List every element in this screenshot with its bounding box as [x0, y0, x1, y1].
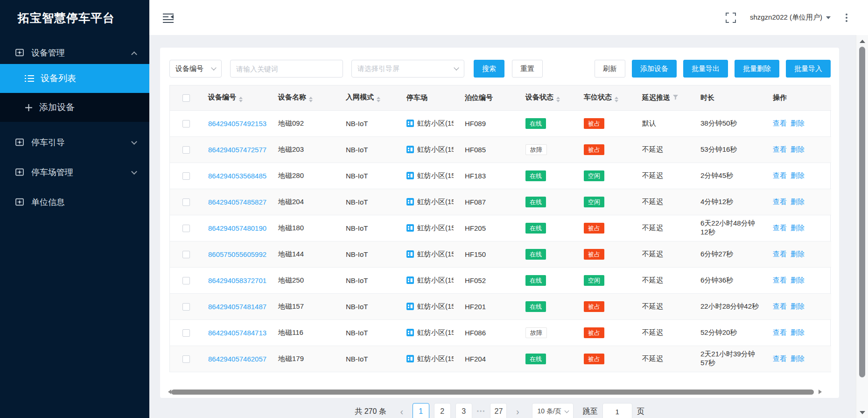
delete-link[interactable]: 删除: [791, 224, 805, 232]
sidebar-item-unit-info[interactable]: 单位信息: [0, 191, 149, 213]
row-checkbox[interactable]: [182, 225, 190, 232]
view-link[interactable]: 查看: [773, 328, 787, 336]
prev-page-button[interactable]: ‹: [396, 403, 408, 418]
delete-link[interactable]: 删除: [791, 328, 805, 336]
kebab-menu-icon[interactable]: [844, 12, 849, 24]
next-page-button[interactable]: ›: [511, 403, 524, 418]
row-checkbox[interactable]: [182, 303, 190, 311]
view-link[interactable]: 查看: [773, 354, 787, 362]
device-id-link[interactable]: 864294057492153: [208, 120, 266, 128]
device-status-badge: 在线: [525, 118, 546, 129]
berth-number: HF150: [459, 241, 520, 267]
device-id-link[interactable]: 864294057484713: [208, 329, 266, 337]
delete-link[interactable]: 删除: [791, 354, 805, 362]
view-link[interactable]: 查看: [773, 119, 787, 127]
view-link[interactable]: 查看: [773, 145, 787, 153]
batch-import-button[interactable]: 批量导入: [786, 60, 831, 78]
fullscreen-icon[interactable]: [726, 13, 736, 23]
view-link[interactable]: 查看: [773, 171, 787, 179]
scroll-down-arrow-icon[interactable]: [860, 411, 865, 414]
row-checkbox[interactable]: [182, 120, 190, 128]
view-link[interactable]: 查看: [773, 302, 787, 310]
refresh-button[interactable]: 刷新: [595, 60, 625, 78]
chevron-down-icon: [454, 65, 459, 70]
sidebar-item-parking-guidance[interactable]: 停车引导: [0, 131, 149, 154]
device-name: 地磁180: [273, 215, 340, 241]
delete-link[interactable]: 删除: [791, 119, 805, 127]
page-button-2[interactable]: 2: [434, 403, 451, 418]
sidebar-item-device-list[interactable]: 设备列表: [0, 64, 149, 93]
row-checkbox[interactable]: [182, 329, 190, 337]
jump-page-input[interactable]: [602, 403, 632, 418]
keyword-input[interactable]: [230, 60, 343, 78]
device-id-link[interactable]: 864294057472577: [208, 146, 266, 154]
device-id-link[interactable]: 860575055605992: [208, 250, 266, 258]
column-header[interactable]: 车位状态: [578, 85, 637, 110]
page-button-1[interactable]: 1: [413, 403, 429, 418]
device-id-link[interactable]: 864294058372701: [208, 276, 266, 284]
sidebar-item-parking-lot-management[interactable]: 停车场管理: [0, 161, 149, 184]
guide-screen-select[interactable]: 请选择引导屏: [351, 60, 464, 78]
device-id-link[interactable]: 864294053568485: [208, 172, 266, 180]
pagination: 共 270 条 ‹ 123•••27 › 10 条/页 跳至 页: [160, 403, 839, 418]
scroll-left-arrow-icon[interactable]: [166, 390, 171, 394]
column-header[interactable]: 设备编号: [203, 85, 273, 110]
batch-delete-button[interactable]: 批量删除: [735, 60, 779, 78]
column-header[interactable]: 设备名称: [273, 85, 340, 110]
delete-link[interactable]: 删除: [791, 198, 805, 205]
page-button-27[interactable]: 27: [490, 403, 507, 418]
collapse-menu-icon[interactable]: [162, 13, 175, 23]
device-id-link[interactable]: 864294057462057: [208, 355, 266, 363]
row-checkbox[interactable]: [182, 172, 190, 180]
batch-export-button[interactable]: 批量导出: [683, 60, 728, 78]
sidebar-item-add-device[interactable]: 添加设备: [0, 93, 149, 122]
user-menu[interactable]: shzgzn2022 (单位用户): [750, 13, 831, 22]
device-id-link[interactable]: 864294057480190: [208, 224, 266, 232]
search-button[interactable]: 搜索: [474, 60, 504, 78]
sort-icon[interactable]: [239, 97, 243, 102]
select-all-checkbox[interactable]: [182, 94, 190, 102]
delete-link[interactable]: 删除: [791, 302, 805, 310]
delete-link[interactable]: 删除: [791, 171, 805, 179]
network-mode: NB-IoT: [340, 163, 401, 189]
column-header[interactable]: 设备状态: [520, 85, 578, 110]
row-checkbox[interactable]: [182, 198, 190, 206]
page-button-3[interactable]: 3: [455, 403, 472, 418]
column-header[interactable]: 延迟推送: [637, 85, 695, 110]
delete-link[interactable]: 删除: [791, 276, 805, 284]
column-header[interactable]: 入网模式: [340, 85, 401, 110]
device-id-link[interactable]: 864294057485827: [208, 198, 266, 206]
view-link[interactable]: 查看: [773, 224, 787, 232]
app-window: 拓宝智慧停车平台 设备管理 设备列表 添加设备: [0, 0, 868, 418]
delete-link[interactable]: 删除: [791, 250, 805, 258]
row-checkbox[interactable]: [182, 146, 190, 154]
horizontal-scrollbar[interactable]: [168, 389, 833, 396]
slot-status-badge: 被占: [584, 144, 604, 155]
page-size-select[interactable]: 10 条/页: [532, 403, 573, 418]
scroll-up-arrow-icon[interactable]: [860, 40, 865, 43]
add-device-button[interactable]: 添加设备: [632, 60, 677, 78]
device-id-link[interactable]: 864294057481487: [208, 303, 266, 311]
delete-link[interactable]: 删除: [791, 145, 805, 153]
horizontal-scrollbar-thumb[interactable]: [171, 390, 814, 395]
row-checkbox[interactable]: [182, 355, 190, 363]
reset-button[interactable]: 重置: [512, 60, 543, 78]
sidebar-item-device-management[interactable]: 设备管理: [0, 42, 149, 64]
view-link[interactable]: 查看: [773, 250, 787, 258]
vertical-scrollbar-thumb[interactable]: [859, 47, 865, 377]
sort-icon[interactable]: [615, 97, 618, 102]
sort-icon[interactable]: [309, 97, 313, 102]
slot-status-badge: 被占: [584, 354, 604, 364]
vertical-scrollbar[interactable]: [856, 35, 868, 418]
parking-lot-name: 虹纺小区(156: [417, 119, 454, 128]
scroll-right-arrow-icon[interactable]: [819, 390, 824, 394]
view-link[interactable]: 查看: [773, 276, 787, 284]
sort-icon[interactable]: [556, 97, 560, 102]
search-field-select[interactable]: 设备编号: [169, 60, 222, 78]
filter-icon[interactable]: [673, 95, 678, 100]
sort-icon[interactable]: [377, 97, 380, 102]
row-checkbox[interactable]: [182, 251, 190, 258]
view-link[interactable]: 查看: [773, 198, 787, 205]
row-checkbox-cell: [170, 267, 203, 293]
row-checkbox[interactable]: [182, 277, 190, 284]
